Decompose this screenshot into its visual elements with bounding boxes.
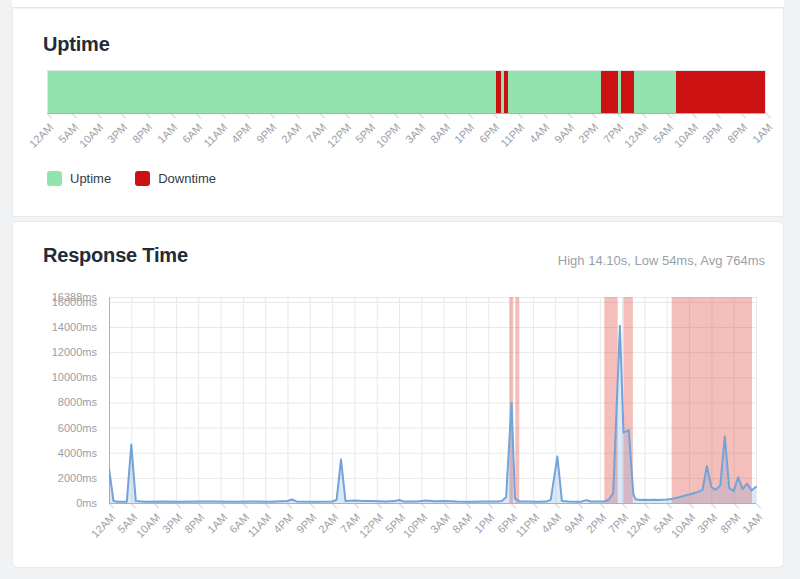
x-tick-mark xyxy=(198,504,203,509)
x-tick-mark xyxy=(171,114,176,119)
x-tick-mark xyxy=(444,114,449,119)
x-tick-mark xyxy=(741,114,746,119)
uptime-legend: UptimeDowntime xyxy=(47,171,216,186)
y-axis-label: 6000ms xyxy=(58,422,97,434)
y-axis-label: 4000ms xyxy=(58,447,97,459)
legend-label: Downtime xyxy=(158,171,216,186)
uptime-segment-up xyxy=(48,71,496,113)
x-tick-mark xyxy=(734,504,739,509)
x-tick-mark xyxy=(488,504,493,509)
x-tick-mark xyxy=(568,114,573,119)
response-time-card: Response Time High 14.10s, Low 54ms, Avg… xyxy=(12,221,784,568)
x-tick-mark xyxy=(469,114,474,119)
uptime-segment-down xyxy=(601,71,618,113)
x-tick-mark xyxy=(642,114,647,119)
x-tick-mark xyxy=(221,114,226,119)
x-tick-mark xyxy=(667,504,672,509)
uptime-title: Uptime xyxy=(43,33,110,56)
x-tick-mark xyxy=(345,114,350,119)
x-tick-mark xyxy=(444,504,449,509)
x-tick-mark xyxy=(47,114,52,119)
x-tick-mark xyxy=(712,504,717,509)
x-tick-mark xyxy=(310,504,315,509)
x-tick-mark xyxy=(369,114,374,119)
x-tick-mark xyxy=(493,114,498,119)
x-tick-mark xyxy=(295,114,300,119)
response-chart-svg xyxy=(109,297,758,505)
x-tick-mark xyxy=(377,504,382,509)
legend-item-uptime: Uptime xyxy=(47,171,111,186)
x-tick-mark xyxy=(645,504,650,509)
x-tick-mark xyxy=(355,504,360,509)
y-axis-label: 10000ms xyxy=(52,371,97,383)
x-tick-mark xyxy=(176,504,181,509)
y-axis-label: 16000ms xyxy=(52,296,97,308)
downtime-band xyxy=(672,297,752,503)
response-stats: High 14.10s, Low 54ms, Avg 764ms xyxy=(558,253,765,268)
page: { "uptime_card": { "title": "Uptime", "l… xyxy=(0,0,800,579)
x-tick-mark xyxy=(419,114,424,119)
legend-label: Uptime xyxy=(70,171,111,186)
x-tick-mark xyxy=(146,114,151,119)
previous-card-edge xyxy=(12,0,784,8)
x-tick-mark xyxy=(717,114,722,119)
x-tick-mark xyxy=(511,504,516,509)
response-time-title: Response Time xyxy=(43,244,188,267)
x-tick-mark xyxy=(555,504,560,509)
x-tick-mark xyxy=(518,114,523,119)
x-tick-mark xyxy=(756,504,761,509)
x-tick-mark xyxy=(245,114,250,119)
x-tick-mark xyxy=(466,504,471,509)
x-tick-mark xyxy=(593,114,598,119)
x-tick-mark xyxy=(72,114,77,119)
x-tick-mark xyxy=(617,114,622,119)
uptime-card: Uptime 12AM5AM10AM3PM8PM1AM6AM11AM4PM9PM… xyxy=(12,9,784,217)
x-tick-mark xyxy=(421,504,426,509)
uptime-swatch-icon xyxy=(47,171,62,186)
y-axis-label: 8000ms xyxy=(58,396,97,408)
x-tick-mark xyxy=(221,504,226,509)
x-tick-mark xyxy=(320,114,325,119)
x-tick-mark xyxy=(243,504,248,509)
x-tick-mark xyxy=(109,504,114,509)
x-tick-mark xyxy=(600,504,605,509)
x-tick-mark xyxy=(766,114,771,119)
x-tick-mark xyxy=(288,504,293,509)
x-tick-mark xyxy=(533,504,538,509)
x-tick-mark xyxy=(122,114,127,119)
x-tick-mark xyxy=(131,504,136,509)
x-tick-mark xyxy=(332,504,337,509)
x-tick-mark xyxy=(399,504,404,509)
y-axis-label: 14000ms xyxy=(52,321,97,333)
uptime-segment-down xyxy=(676,71,765,113)
uptime-status-bar xyxy=(47,70,766,114)
downtime-band xyxy=(515,297,519,503)
x-tick-mark xyxy=(689,504,694,509)
x-tick-mark xyxy=(97,114,102,119)
uptime-segment-down xyxy=(621,71,634,113)
x-tick-mark xyxy=(692,114,697,119)
x-tick-mark xyxy=(394,114,399,119)
x-tick-mark xyxy=(270,114,275,119)
downtime-swatch-icon xyxy=(135,171,150,186)
x-tick-mark xyxy=(265,504,270,509)
response-y-axis: 16388ms16000ms14000ms12000ms10000ms8000m… xyxy=(13,297,103,504)
y-axis-label: 12000ms xyxy=(52,346,97,358)
legend-item-downtime: Downtime xyxy=(135,171,216,186)
x-tick-mark xyxy=(578,504,583,509)
x-tick-mark xyxy=(667,114,672,119)
response-x-axis: 12AM5AM10AM3PM8PM1AM6AM11AM4PM9PM2AM7AM1… xyxy=(109,504,758,566)
x-tick-mark xyxy=(622,504,627,509)
x-tick-mark xyxy=(543,114,548,119)
y-axis-label: 2000ms xyxy=(58,472,97,484)
uptime-x-axis: 12AM5AM10AM3PM8PM1AM6AM11AM4PM9PM2AM7AM1… xyxy=(47,114,766,176)
x-tick-mark xyxy=(196,114,201,119)
y-axis-label: 0ms xyxy=(76,497,97,509)
uptime-segment-up xyxy=(634,71,676,113)
response-plot-area xyxy=(109,297,758,504)
uptime-segment-up xyxy=(508,71,602,113)
x-tick-mark xyxy=(154,504,159,509)
